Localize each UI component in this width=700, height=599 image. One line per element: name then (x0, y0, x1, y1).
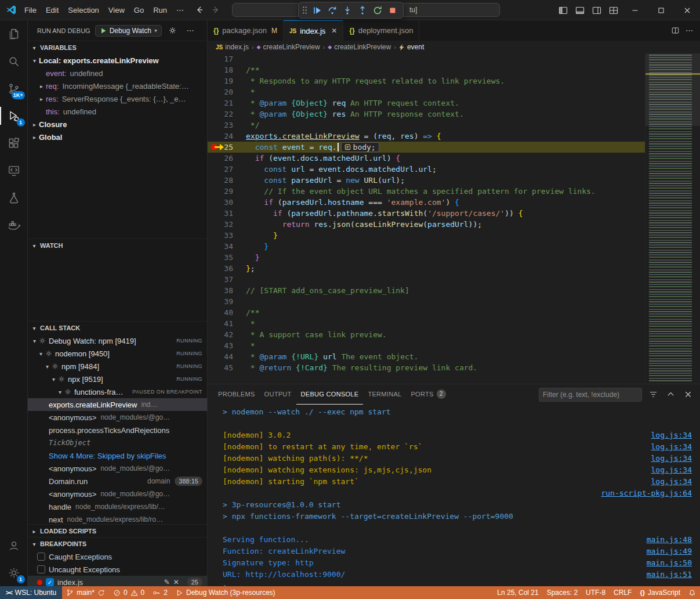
twistie-icon[interactable]: ▾ (43, 363, 52, 370)
code-line[interactable]: 42 * A support case link preview. (208, 329, 645, 340)
encoding-setting[interactable]: UTF-8 (582, 586, 610, 599)
call-stack-thread-row[interactable]: ▾nodemon [9450]RUNNING (28, 347, 207, 360)
code-line[interactable]: 37 (208, 274, 645, 285)
docker-icon[interactable] (0, 211, 28, 239)
run-and-debug-icon[interactable]: 1 (0, 102, 28, 129)
code-line[interactable]: 31 if (parsedUrl.pathname.startsWith('/s… (208, 208, 645, 219)
minimize-button[interactable] (622, 0, 648, 20)
debug-launch-select[interactable]: Debug Watch ▾ (95, 25, 162, 37)
menu-go[interactable]: Go (129, 3, 148, 17)
code-line[interactable]: 33 } (208, 230, 645, 241)
code-editor[interactable]: 1718/**19 * Responds to any HTTP request… (208, 53, 700, 384)
code-line[interactable]: 38// [START add_ons_case_preview_link] (208, 285, 645, 296)
maximize-panel-icon[interactable] (664, 388, 677, 401)
menu-file[interactable]: File (20, 3, 41, 17)
current-execution-line[interactable]: 25 const event = req.body; (208, 142, 645, 153)
source-link[interactable]: main.js:51 (647, 569, 692, 580)
tab-deployment.json[interactable]: {}deployment.json (343, 20, 419, 41)
stack-frame-row[interactable]: handlenode_modules/express/lib/… (28, 500, 207, 513)
customize-layout-icon[interactable] (605, 2, 622, 19)
continue-button[interactable] (310, 3, 325, 18)
code-line[interactable]: 23 */ (208, 120, 645, 131)
stack-frame-row[interactable]: Domain.rundomain388:15 (28, 475, 207, 488)
variable-row[interactable]: ▸res:ServerResponse {_events: {…}, _e… (28, 92, 207, 105)
code-line[interactable]: 39 (208, 296, 645, 307)
code-line[interactable]: 36}; (208, 263, 645, 274)
drag-handle-icon[interactable] (302, 6, 307, 15)
variable-row[interactable]: event:undefined (28, 67, 207, 80)
code-line[interactable]: 26 if (event.docs.matchedUrl.url) { (208, 153, 645, 164)
call-stack-thread-row[interactable]: ▾npm [9484]RUNNING (28, 360, 207, 373)
menu-view[interactable]: View (104, 3, 129, 17)
twistie-icon[interactable]: ▸ (37, 83, 46, 89)
step-into-button[interactable] (340, 3, 355, 18)
debug-console-output[interactable]: > nodemon --watch ./ --exec npm start[no… (208, 405, 700, 586)
source-control-icon[interactable]: 1K+ (0, 75, 28, 102)
breadcrumb-item-createLinkPreview[interactable]: ◆createLinkPreview (257, 43, 320, 51)
scope-row[interactable]: ▸Global (28, 131, 207, 143)
watch-section-header[interactable]: ▾WATCH (28, 239, 207, 252)
stack-frame-row[interactable]: nextnode_modules/express/lib/ro… (28, 513, 207, 524)
stop-button[interactable] (385, 3, 400, 18)
menu-run[interactable]: Run (148, 3, 172, 17)
code-line[interactable]: 21 * @param {Object} req An HTTP request… (208, 98, 645, 109)
breakpoints-section-header[interactable]: ▾BREAKPOINTS (28, 537, 207, 550)
stack-frame-row[interactable]: exports.createLinkPreviewind… (28, 398, 207, 411)
scope-row[interactable]: ▸Closure (28, 118, 207, 131)
code-line[interactable]: 45 * @return {!Card} The resulting previ… (208, 362, 645, 373)
code-line[interactable]: 27 const url = event.docs.matchedUrl.url… (208, 164, 645, 175)
call-stack-section-header[interactable]: ▾CALL STACK (28, 322, 207, 334)
call-stack-thread-row[interactable]: ▾npx [9519]RUNNING (28, 373, 207, 385)
twistie-icon[interactable]: ▾ (56, 389, 64, 395)
loaded-scripts-section-header[interactable]: ▸LOADED SCRIPTS (28, 525, 207, 537)
accounts-icon[interactable] (0, 532, 28, 559)
toggle-secondary-sidebar-icon[interactable] (588, 2, 605, 19)
source-link[interactable]: log.js:34 (651, 464, 692, 476)
toggle-sidebar-icon[interactable] (554, 2, 571, 19)
stack-frame-row[interactable]: <anonymous>node_modules/@go… (28, 462, 207, 475)
twistie-icon[interactable]: ▸ (37, 96, 46, 102)
code-line[interactable]: 18/** (208, 64, 645, 75)
extensions-icon[interactable] (0, 129, 28, 157)
twistie-icon[interactable]: ▾ (37, 351, 45, 357)
code-line[interactable]: 41 * (208, 318, 645, 329)
breakpoint-row[interactable]: Uncaught Exceptions (28, 563, 207, 576)
source-link[interactable]: log.js:34 (651, 453, 692, 464)
close-window-button[interactable] (674, 0, 700, 20)
async-frame-row[interactable]: TickObject (28, 436, 207, 449)
forward-button[interactable] (208, 3, 223, 17)
breakpoint-row[interactable]: Caught Exceptions (28, 550, 207, 563)
settings-gear-icon[interactable]: 1 (0, 559, 28, 586)
breadcrumb-item-event[interactable]: event (399, 43, 424, 51)
panel-tab-output[interactable]: OUTPUT (260, 384, 296, 405)
source-link[interactable]: log.js:34 (651, 441, 692, 453)
code-line[interactable]: 22 * @param {Object} res An HTTP respons… (208, 109, 645, 120)
breadcrumb-item-createLinkPreview[interactable]: ◆createLinkPreview (328, 43, 391, 51)
stack-frame-row[interactable]: <anonymous>node_modules/@go… (28, 488, 207, 500)
menu-selection[interactable]: Selection (63, 3, 103, 17)
source-link[interactable]: main.js:50 (647, 557, 692, 569)
cursor-position[interactable]: Ln 25, Col 21 (493, 586, 542, 599)
code-line[interactable]: 44 * @param {!URL} url The event object. (208, 351, 645, 362)
breakpoint-checkbox[interactable] (37, 553, 45, 561)
minimap[interactable] (645, 53, 700, 384)
variable-row[interactable]: this:undefined (28, 105, 207, 118)
indentation-setting[interactable]: Spaces: 2 (543, 586, 582, 599)
show-more-frames-link[interactable]: Show 4 More: Skipped by skipFiles (28, 449, 207, 462)
menu-[interactable]: ⋯ (172, 3, 188, 17)
twistie-icon[interactable]: ▸ (30, 134, 39, 140)
panel-tab-terminal[interactable]: TERMINAL (363, 384, 406, 405)
code-line[interactable]: 34 } (208, 241, 645, 252)
remote-explorer-icon[interactable] (0, 157, 28, 184)
code-line[interactable]: 30 if (parsedUrl.hostname === 'example.c… (208, 197, 645, 208)
code-line[interactable]: 32 return res.json(caseLinkPreview(parse… (208, 219, 645, 230)
restart-button[interactable] (370, 3, 385, 18)
notifications-bell[interactable] (684, 586, 700, 599)
twistie-icon[interactable]: ▾ (30, 338, 39, 344)
code-line[interactable]: 35 } (208, 252, 645, 263)
source-link[interactable]: run-script-pkg.js:64 (601, 488, 692, 499)
stack-frame-row[interactable]: process.processTicksAndRejections (28, 424, 207, 436)
code-line[interactable]: 40/** (208, 307, 645, 318)
filter-icon[interactable] (647, 388, 659, 401)
code-line[interactable]: 29 // If the event object URL matches a … (208, 186, 645, 197)
